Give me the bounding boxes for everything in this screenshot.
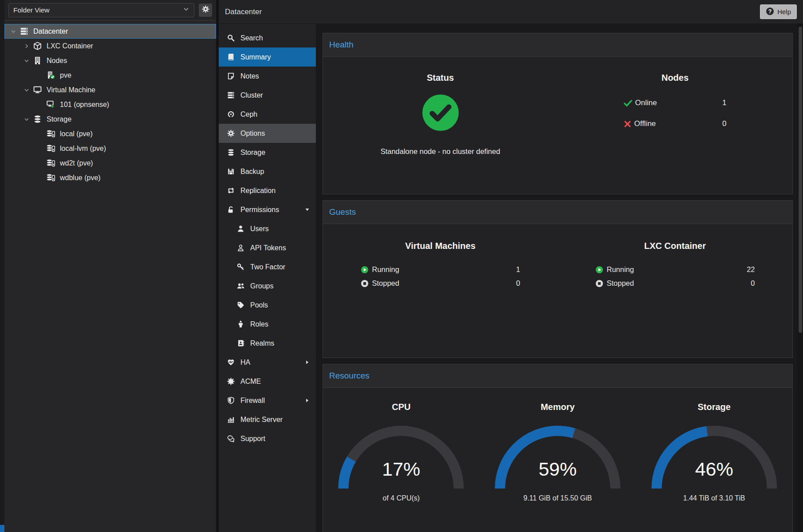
cpu-gauge: 17% — [335, 423, 468, 491]
certificate-icon — [226, 378, 236, 385]
sidebar-item-groups[interactable]: Groups — [219, 276, 316, 296]
sidebar-item-label: Notes — [240, 72, 259, 80]
storage-gauge-column: Storage 46% 1.44 TiB of 3.10 TiB — [636, 388, 792, 532]
unlock-icon — [226, 206, 236, 213]
sidebar-item-label: Backup — [240, 168, 264, 176]
lxc-table: Running 22 Stopped 0 — [595, 263, 755, 290]
window-left-rail — [0, 0, 4, 532]
sidebar-item-api-tokens[interactable]: API Tokens — [219, 238, 316, 257]
gear-icon — [226, 130, 236, 137]
vm-running-row: Running 1 — [361, 263, 520, 276]
sidebar-item-pools[interactable]: Pools — [219, 296, 316, 315]
bar-chart-icon — [226, 416, 236, 423]
tree-item-label: LXC Container — [47, 42, 93, 50]
chevron-down-icon[interactable] — [21, 116, 32, 122]
building-icon — [32, 56, 43, 65]
tree-settings-button[interactable] — [199, 4, 212, 17]
sidebar-item-summary[interactable]: Summary — [219, 47, 316, 67]
tree-view-toolbar: Folder View — [4, 0, 216, 20]
cpu-gauge-caption: of 4 CPU(s) — [383, 494, 420, 502]
sidebar-item-notes[interactable]: Notes — [219, 67, 316, 86]
sidebar-item-replication[interactable]: Replication — [219, 181, 316, 200]
health-panel: Health Status Standalone node - no clust… — [323, 33, 793, 194]
sidebar-item-storage[interactable]: Storage — [219, 143, 316, 162]
main-region: Datacenter ? Help SearchSummaryNotesClus… — [219, 0, 803, 532]
check-icon — [624, 99, 632, 107]
sidebar-item-label: Users — [250, 225, 269, 233]
sidebar-item-label: Two Factor — [250, 263, 285, 271]
nodes-table: Online 1 Offline 0 — [624, 96, 727, 138]
sidebar-item-realms[interactable]: Realms — [219, 334, 316, 353]
chevron-down-icon[interactable] — [21, 87, 32, 93]
help-button-label: Help — [777, 8, 791, 16]
user-icon — [236, 225, 245, 233]
cpu-gauge-title: CPU — [392, 402, 410, 412]
tree-item-datacenter[interactable]: Datacenter — [4, 24, 216, 39]
content-scrollbar[interactable] — [798, 24, 803, 532]
chevron-right-icon[interactable] — [21, 43, 32, 49]
tree-item-wdblue-pve[interactable]: wdblue (pve) — [4, 170, 216, 185]
tree-item-nodes[interactable]: Nodes — [4, 53, 216, 68]
sidebar-item-firewall[interactable]: Firewall — [219, 391, 316, 410]
view-mode-select[interactable]: Folder View — [8, 3, 194, 17]
sidebar-item-support[interactable]: Support — [219, 429, 316, 448]
guests-panel-title: Guests — [323, 201, 792, 224]
tree-item-lxc-container[interactable]: LXC Container — [4, 39, 216, 53]
users-icon — [236, 282, 245, 290]
sidebar-item-search[interactable]: Search — [219, 28, 316, 47]
tree-item-local-lvm-pve[interactable]: local-lvm (pve) — [4, 141, 216, 156]
chevron-down-icon[interactable] — [21, 58, 32, 64]
view-mode-value: Folder View — [13, 6, 50, 14]
database-drive-icon — [45, 130, 56, 138]
tree-item-wd2t-pve[interactable]: wd2t (pve) — [4, 156, 216, 170]
search-icon — [226, 34, 236, 42]
sidebar-item-permissions[interactable]: Permissions — [219, 200, 316, 219]
sidebar-item-acme[interactable]: ACME — [219, 372, 316, 391]
tree-item-local-pve[interactable]: local (pve) — [4, 126, 216, 141]
sidebar-item-metric-server[interactable]: Metric Server — [219, 410, 316, 429]
sidebar-item-users[interactable]: Users — [219, 219, 316, 238]
memory-gauge-title: Memory — [541, 402, 575, 412]
sidebar-item-label: Storage — [240, 149, 265, 157]
sidebar-item-roles[interactable]: Roles — [219, 315, 316, 334]
tree-item-101-opnsense[interactable]: 101 (opnsense) — [4, 97, 216, 112]
sidebar-item-label: API Tokens — [250, 244, 286, 252]
memory-gauge-caption: 9.11 GiB of 15.50 GiB — [524, 494, 592, 502]
replication-icon — [226, 187, 236, 194]
sidebar-item-label: Support — [240, 435, 265, 443]
tree-item-pve[interactable]: pve — [4, 68, 216, 83]
lxc-running-value: 22 — [747, 265, 755, 274]
scrollbar-thumb[interactable] — [799, 27, 802, 333]
database-drive-icon — [45, 173, 56, 182]
chevron-down-icon[interactable] — [8, 28, 19, 35]
person-icon — [236, 320, 245, 328]
tree-item-virtual-machine[interactable]: Virtual Machine — [4, 83, 216, 97]
health-panel-title: Health — [323, 33, 792, 57]
stopped-icon — [595, 280, 603, 288]
sidebar-item-cluster[interactable]: Cluster — [219, 86, 316, 105]
database-drive-icon — [45, 159, 56, 167]
sidebar-item-options[interactable]: Options — [219, 124, 316, 143]
sidebar-item-ceph[interactable]: Ceph — [219, 105, 316, 124]
lxc-stopped-value: 0 — [751, 279, 755, 288]
building-check-icon — [45, 71, 56, 79]
sidebar-item-label: Permissions — [240, 206, 279, 214]
sidebar-item-two-factor[interactable]: Two Factor — [219, 257, 316, 276]
shield-icon — [226, 397, 236, 404]
database-icon — [226, 149, 236, 156]
summary-content: Health Status Standalone node - no clust… — [316, 24, 803, 532]
book-icon — [226, 53, 236, 61]
tree-item-label: Nodes — [47, 57, 67, 65]
address-book-icon — [236, 339, 245, 347]
monitor-icon — [32, 86, 43, 94]
sidebar-item-backup[interactable]: Backup — [219, 162, 316, 181]
tree-item-label: wd2t (pve) — [60, 159, 93, 167]
sidebar-item-ha[interactable]: HA — [219, 353, 316, 372]
storage-gauge: 46% — [648, 423, 781, 491]
tree-item-label: Virtual Machine — [47, 86, 95, 94]
tree-item-storage[interactable]: Storage — [4, 112, 216, 126]
gear-icon — [202, 5, 209, 15]
help-button[interactable]: ? Help — [760, 4, 797, 19]
resource-tree-panel: Folder View DatacenterLXC ContainerNodes… — [4, 0, 216, 532]
sidebar-item-label: HA — [240, 359, 250, 366]
